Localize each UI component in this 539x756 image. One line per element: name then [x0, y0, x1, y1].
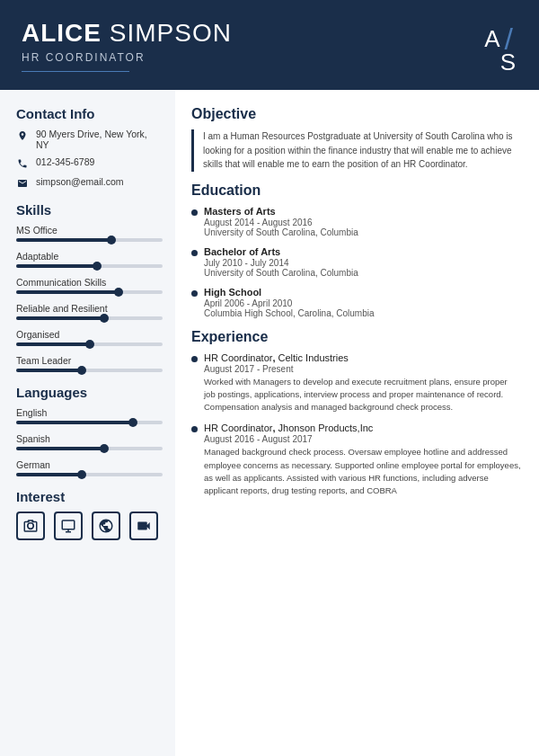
lang-bar-2 — [16, 473, 163, 476]
edu-degree-2: High School — [204, 287, 521, 298]
skill-label-3: Reliable and Resilient — [16, 303, 163, 314]
resume-container: ALICE SIMPSON HR COORDINATOR A / S — [0, 0, 539, 756]
contact-phone: 012-345-6789 — [16, 156, 163, 170]
objective-section-title: Objective — [191, 106, 521, 122]
header-initials: A / S — [484, 23, 517, 74]
skill-label-2: Communication Skills — [16, 277, 163, 288]
skill-label-5: Team Leader — [16, 355, 163, 366]
skill-fill-5 — [16, 369, 82, 372]
email-text: simpson@email.com — [36, 176, 124, 187]
lang-label-0: English — [16, 407, 163, 418]
edu-item-masters: Masters of Arts August 2014 - August 201… — [191, 206, 521, 237]
header-title: HR COORDINATOR — [22, 51, 232, 64]
email-icon — [16, 177, 29, 190]
edu-item-highschool: High School April 2006 - April 2010 Colu… — [191, 287, 521, 318]
skill-bar-1 — [16, 264, 163, 268]
header-left: ALICE SIMPSON HR COORDINATOR — [22, 20, 232, 72]
contact-email: simpson@email.com — [16, 176, 163, 190]
lang-dot-1 — [100, 444, 109, 453]
skill-bar-3 — [16, 316, 163, 320]
skill-dot-1 — [93, 262, 102, 271]
edu-degree-0: Masters of Arts — [204, 206, 521, 217]
exp-date-1: August 2016 - August 2017 — [204, 434, 521, 444]
lang-bar-1 — [16, 447, 163, 450]
edu-school-0: University of South Carolina, Columbia — [204, 227, 521, 237]
edu-date-0: August 2014 - August 2016 — [204, 218, 521, 227]
exp-title-1: HR Coordinator, Jhonson Products,Inc — [204, 422, 521, 433]
exp-date-0: August 2017 - Present — [204, 364, 521, 374]
skill-bar-2 — [16, 290, 163, 294]
language-spanish: Spanish — [16, 433, 163, 450]
languages-section-title: Languages — [16, 385, 163, 400]
exp-item-1: HR Coordinator, Jhonson Products,Inc Aug… — [191, 422, 521, 497]
skill-dot-5 — [77, 366, 86, 375]
lang-label-1: Spanish — [16, 433, 163, 444]
skill-ms-office: MS Office — [16, 225, 163, 242]
interest-icon-monitor — [54, 511, 83, 540]
body: Contact Info 90 Myers Drive, New York, N… — [0, 90, 539, 756]
skill-bar-4 — [16, 342, 163, 346]
exp-company-label-1: Jhonson Products,Inc — [278, 422, 374, 433]
skill-dot-4 — [85, 340, 94, 349]
edu-date-1: July 2010 - July 2014 — [204, 258, 521, 268]
skill-adaptable: Adaptable — [16, 251, 163, 268]
objective-text: I am a Human Resources Postgraduate at U… — [191, 129, 521, 172]
skill-fill-3 — [16, 316, 104, 320]
lang-dot-0 — [128, 418, 137, 427]
last-name: SIMPSON — [110, 19, 232, 47]
exp-item-0: HR Coordinator, Celtic Industries August… — [191, 352, 521, 414]
skills-list: MS Office Adaptable Communication Skills — [16, 225, 163, 372]
lang-fill-1 — [16, 447, 104, 450]
skill-bar-0 — [16, 238, 163, 242]
location-icon — [16, 129, 29, 142]
right-column: Objective I am a Human Resources Postgra… — [175, 90, 539, 756]
initial-s: S — [500, 50, 517, 74]
edu-item-bachelor: Bachelor of Arts July 2010 - July 2014 U… — [191, 246, 521, 278]
lang-bar-0 — [16, 421, 163, 424]
exp-role-1: HR Coordinator — [204, 422, 272, 433]
skill-label-4: Organised — [16, 329, 163, 340]
header: ALICE SIMPSON HR COORDINATOR A / S — [0, 0, 539, 90]
edu-school-2: Columbia High School, Carolina, Columbia — [204, 308, 521, 318]
skill-bar-5 — [16, 369, 163, 372]
interest-icon-globe — [92, 511, 120, 540]
skill-dot-3 — [100, 314, 109, 323]
exp-title-0: HR Coordinator, Celtic Industries — [204, 352, 521, 363]
language-german: German — [16, 459, 163, 476]
exp-desc-1: Managed background check process. Oversa… — [204, 446, 521, 497]
address-text: 90 Myers Drive, New York, NY — [36, 129, 163, 150]
lang-fill-2 — [16, 473, 82, 476]
lang-dot-2 — [77, 470, 86, 479]
exp-role-0: HR Coordinator — [204, 352, 272, 363]
skill-fill-1 — [16, 264, 97, 268]
experience-list: HR Coordinator, Celtic Industries August… — [191, 352, 521, 498]
header-divider — [22, 71, 129, 72]
skill-communication: Communication Skills — [16, 277, 163, 294]
lang-label-2: German — [16, 459, 163, 470]
contact-address: 90 Myers Drive, New York, NY — [16, 129, 163, 150]
exp-company-label-0: Celtic Industries — [278, 352, 349, 363]
interest-icon-camera — [16, 511, 45, 540]
languages-list: English Spanish German — [16, 407, 163, 476]
skill-dot-2 — [114, 288, 123, 297]
interest-icon-video — [129, 511, 158, 540]
lang-fill-0 — [16, 421, 133, 424]
initial-a: A — [484, 27, 501, 50]
skill-fill-2 — [16, 290, 119, 294]
first-name: ALICE — [22, 19, 102, 47]
phone-text: 012-345-6789 — [36, 156, 94, 167]
interest-section-title: Interest — [16, 489, 163, 504]
header-name: ALICE SIMPSON — [22, 20, 232, 48]
edu-degree-1: Bachelor of Arts — [204, 246, 521, 257]
skill-organised: Organised — [16, 329, 163, 346]
phone-icon — [16, 157, 29, 170]
exp-desc-0: Worked with Managers to develop and exec… — [204, 376, 521, 414]
edu-school-1: University of South Carolina, Columbia — [204, 268, 521, 278]
interest-icons — [16, 511, 163, 540]
skill-label-0: MS Office — [16, 225, 163, 236]
skills-section-title: Skills — [16, 202, 163, 218]
experience-section-title: Experience — [191, 329, 521, 345]
edu-date-2: April 2006 - April 2010 — [204, 298, 521, 308]
skill-reliable: Reliable and Resilient — [16, 303, 163, 320]
skill-dot-0 — [107, 236, 116, 245]
